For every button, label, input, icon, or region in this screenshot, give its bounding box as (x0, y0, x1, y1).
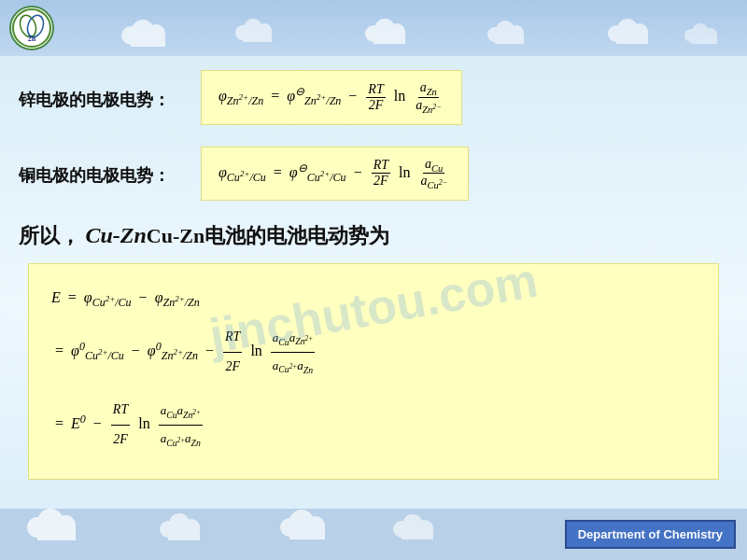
emf-line3: = E0 − RT 2F ln aCuaZn2+ aCu2+aZn (51, 396, 696, 455)
svg-rect-15 (374, 34, 405, 44)
svg-rect-11 (243, 33, 272, 42)
svg-text:2n: 2n (28, 35, 36, 43)
svg-rect-27 (691, 35, 717, 44)
copper-formula-box: φCu2+/Cu = φ⊖Cu2+/Cu − RT 2F ln aCu aCu2… (201, 147, 469, 202)
logo: 2n (9, 6, 54, 50)
header-clouds (56, 0, 747, 56)
emf-line1: E = φCu2+/Cu − φZn2+/Zn (51, 281, 696, 315)
so-line: 所以， Cu-ZnCu-Zn电池的电池电动势为 (19, 222, 728, 250)
svg-rect-36 (168, 529, 200, 540)
svg-rect-19 (495, 35, 524, 44)
big-formula-box: E = φCu2+/Cu − φZn2+/Zn = φ0Cu2+/Cu − φ0… (28, 263, 719, 480)
dept-label: Department of Chemistry (565, 520, 736, 549)
svg-rect-7 (131, 35, 165, 47)
cu-zn-label: Cu-Zn (86, 223, 147, 247)
zinc-formula: φZn2+/Zn = φ⊖Zn2+/Zn − RT 2F ln aZn aZn2… (218, 88, 444, 104)
main-content: jinchutou.com 锌电极的电极电势： φZn2+/Zn = φ⊖Zn2… (0, 56, 747, 560)
zinc-label: 锌电极的电极电势： (19, 89, 187, 111)
copper-label: 铜电极的电极电势： (19, 164, 187, 187)
svg-rect-23 (616, 34, 648, 44)
copper-formula: φCu2+/Cu = φ⊖Cu2+/Cu − RT 2F ln aCu aCu2… (218, 164, 451, 180)
svg-rect-40 (289, 527, 325, 539)
zinc-formula-box: φZn2+/Zn = φ⊖Zn2+/Zn − RT 2F ln aZn aZn2… (201, 70, 462, 125)
svg-rect-32 (37, 527, 76, 540)
top-bar: 2n (0, 0, 747, 56)
copper-electrode-row: 铜电极的电极电势： φCu2+/Cu = φ⊖Cu2+/Cu − RT 2F l… (19, 147, 728, 206)
svg-rect-44 (402, 529, 433, 539)
emf-line2: = φ0Cu2+/Cu − φ0Zn2+/Zn − RT 2F ln aCuaZ… (51, 323, 696, 382)
zinc-electrode-row: 锌电极的电极电势： φZn2+/Zn = φ⊖Zn2+/Zn − RT 2F l… (19, 70, 728, 130)
